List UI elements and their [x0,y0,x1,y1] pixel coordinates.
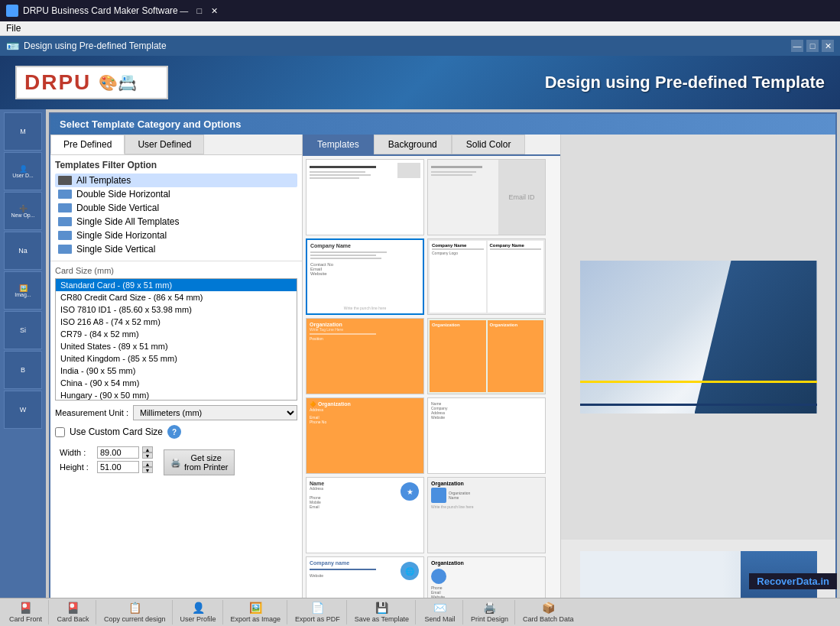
inner-titlebar-title: Design using Pre-defined Template [24,41,167,51]
template-card-8[interactable]: Name Company Address Website [427,397,546,474]
template-card-2[interactable]: Email ID [427,159,546,235]
tab-solid-color[interactable]: Solid Color [452,135,526,154]
width-down-btn[interactable]: ▼ [142,452,153,459]
template-card-1[interactable] [306,159,424,235]
sidebar-btn-na[interactable]: Na [4,232,42,270]
height-up-btn[interactable]: ▲ [142,461,153,467]
filter-dh-label: Double Side Horizontal [76,189,170,199]
card-size-label: Card Size (mm) [55,266,297,275]
filter-single-horiz[interactable]: Single Side Horizontal [55,229,297,242]
template-grid: Email ID Company Name [306,159,557,598]
filter-single-vert[interactable]: Single Side Vertical [55,242,297,256]
outer-titlebar: DRPU Business Card Maker Software — □ ✕ [0,0,840,21]
width-up-btn[interactable]: ▲ [142,446,153,452]
card-front-label: Card Front [9,615,42,623]
height-spinner: ▲ ▼ [142,461,153,473]
save-template-btn[interactable]: 💾 Save as Template [349,600,416,624]
watermark-suffix: .in [818,576,829,587]
filter-section: Templates Filter Option All Templates Do… [50,155,302,261]
filter-single-all[interactable]: Single Side All Templates [55,215,297,229]
size-option-1[interactable]: CR80 Credit Card Size - (86 x 54 mm) [56,291,297,303]
sidebar-btn-si[interactable]: Si [4,311,42,349]
printer-btn-label: Get sizefrom Printer [184,453,228,472]
sidebar-btn-image[interactable]: 🖼️ Imag... [4,271,42,310]
user-profile-btn[interactable]: 👤 User Profile [174,600,223,624]
outer-maximize-btn[interactable]: □ [193,5,206,17]
size-option-6[interactable]: United Kingdom - (85 x 55 mm) [56,352,297,365]
card-batch-btn[interactable]: 📦 Card Batch Data [517,600,580,624]
inner-maximize-btn[interactable]: □ [806,40,819,52]
menu-bar: File [0,21,840,36]
custom-size-label: Use Custom Card Size [70,427,163,437]
size-list[interactable]: Standard Card - (89 x 51 mm) CR80 Credit… [55,278,297,401]
width-input[interactable] [97,446,139,459]
template-card-4[interactable]: Company Name Company Logo Company Name [427,238,546,315]
template-card-9[interactable]: Name Address ★ Phone Mobile Email [306,477,424,553]
tab-userdefined[interactable]: User Defined [125,135,204,154]
inner-close-btn[interactable]: ✕ [822,40,834,52]
filter-double-horiz[interactable]: Double Side Horizontal [55,187,297,201]
size-option-5[interactable]: United States - (89 x 51 mm) [56,340,297,352]
custom-size-checkbox[interactable] [55,427,65,437]
help-icon-btn[interactable]: ? [167,425,181,439]
sidebar-btn-new[interactable]: ➕ New Op... [4,192,42,230]
height-down-btn[interactable]: ▼ [142,467,153,473]
size-option-8[interactable]: China - (90 x 54 mm) [56,377,297,389]
card-front-btn[interactable]: 🎴 Card Front [3,600,49,624]
tab-predefined[interactable]: Pre Defined [50,135,125,154]
get-size-from-printer-btn[interactable]: 🖨️ Get sizefrom Printer [164,449,235,475]
dialog-header: Select Template Category and Options [50,114,835,135]
outer-minimize-btn[interactable]: — [178,5,190,17]
filter-all-templates[interactable]: All Templates [55,174,297,187]
export-image-btn[interactable]: 🖼️ Export as Image [225,600,288,624]
w-icon: W [20,406,27,414]
template-card-3[interactable]: Company Name Contact No Email Website Wr… [306,238,424,315]
file-menu[interactable]: File [6,23,21,34]
card-batch-label: Card Batch Data [523,615,574,623]
measurement-select[interactable]: Millimeters (mm) [133,405,297,420]
outer-close-btn[interactable]: ✕ [209,5,221,17]
size-option-0[interactable]: Standard Card - (89 x 51 mm) [56,279,297,291]
tab-background[interactable]: Background [374,135,452,154]
sidebar-btn-w[interactable]: W [4,391,42,429]
size-option-2[interactable]: ISO 7810 ID1 - (85.60 x 53.98 mm) [56,303,297,316]
filter-sh-icon [58,231,72,240]
send-mail-label: Send Mail [425,615,456,623]
sidebar-btn-b[interactable]: B [4,351,42,389]
save-template-icon: 💾 [375,602,388,614]
export-pdf-btn[interactable]: 📄 Export as PDF [289,600,347,624]
size-option-7[interactable]: India - (90 x 55 mm) [56,365,297,377]
filter-title: Templates Filter Option [55,160,297,170]
template-card-5[interactable]: Organization Write Tag Line Here Positio… [306,318,424,394]
template-card-6[interactable]: Organization Organization [427,318,546,394]
inner-minimize-btn[interactable]: — [791,40,803,52]
filter-double-vert[interactable]: Double Side Vertical [55,201,297,215]
print-design-btn[interactable]: 🖨️ Print Design [465,600,515,624]
card-back-btn[interactable]: 🎴 Card Back [50,600,96,624]
copy-design-label: Copy current design [104,615,166,623]
print-design-label: Print Design [471,615,508,623]
export-image-icon: 🖼️ [249,602,262,614]
template-card-10[interactable]: Organization Organization Name [427,477,546,553]
custom-size-row: Use Custom Card Size ? [55,425,297,439]
template-card-7[interactable]: 🔶 Organization Address Email Phone No [306,397,424,474]
send-mail-btn[interactable]: ✉️ Send Mail [417,600,463,624]
template-card-11[interactable]: Company name 🌐 Website [306,556,424,598]
size-option-3[interactable]: ISO 216 A8 - (74 x 52 mm) [56,316,297,328]
card-front-icon: 🎴 [19,602,32,614]
size-option-9[interactable]: Hungary - (90 x 50 mm) [56,389,297,401]
measurement-label: Measurement Unit : [55,408,128,417]
sidebar-btn-m[interactable]: M [4,112,42,151]
filter-dv-icon [58,203,72,212]
height-input[interactable] [97,461,139,473]
image-label: Imag... [15,292,31,297]
filter-sv-icon [58,245,72,254]
sidebar-btn-user[interactable]: 👤 User D... [4,152,42,190]
user-profile-icon: 👤 [192,602,205,614]
template-card-12[interactable]: Organization Phone Email Website [427,556,546,598]
header-title: Design using Pre-defined Template [545,73,825,92]
tab-templates[interactable]: Templates [303,135,374,154]
size-option-4[interactable]: CR79 - (84 x 52 mm) [56,328,297,340]
copy-design-btn[interactable]: 📋 Copy current design [98,600,173,624]
dialog-body: Pre Defined User Defined Templates Filte… [50,135,835,598]
